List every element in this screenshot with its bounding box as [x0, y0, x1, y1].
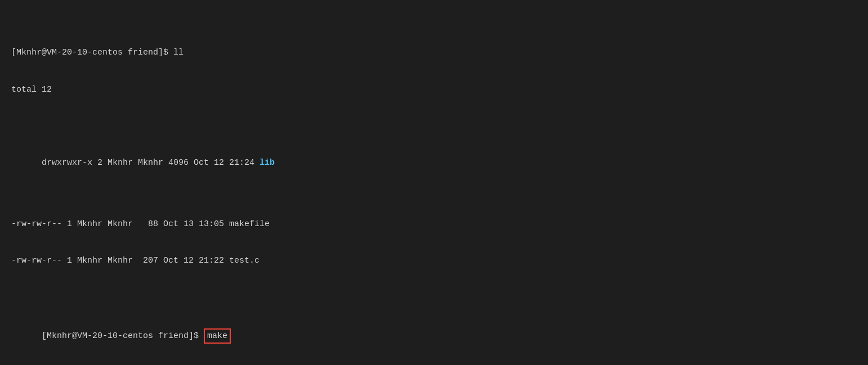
- make-command-box: make: [204, 328, 231, 344]
- terminal-content: [Mknhr@VM-20-10-centos friend]$ ll total…: [11, 10, 857, 365]
- line-total1: total 12: [11, 84, 857, 96]
- line-prompt1: [Mknhr@VM-20-10-centos friend]$ ll: [11, 47, 857, 59]
- line-file1: -rw-rw-r-- 1 Mknhr Mknhr 88 Oct 13 13:05…: [11, 218, 857, 231]
- line-file2: -rw-rw-r-- 1 Mknhr Mknhr 207 Oct 12 21:2…: [11, 255, 857, 267]
- line-dir1: drwxrwxr-x 2 Mknhr Mknhr 4096 Oct 12 21:…: [11, 145, 857, 181]
- terminal-window: [Mknhr@VM-20-10-centos friend]$ ll total…: [11, 10, 857, 365]
- line-prompt2: [Mknhr@VM-20-10-centos friend]$ make: [11, 316, 857, 356]
